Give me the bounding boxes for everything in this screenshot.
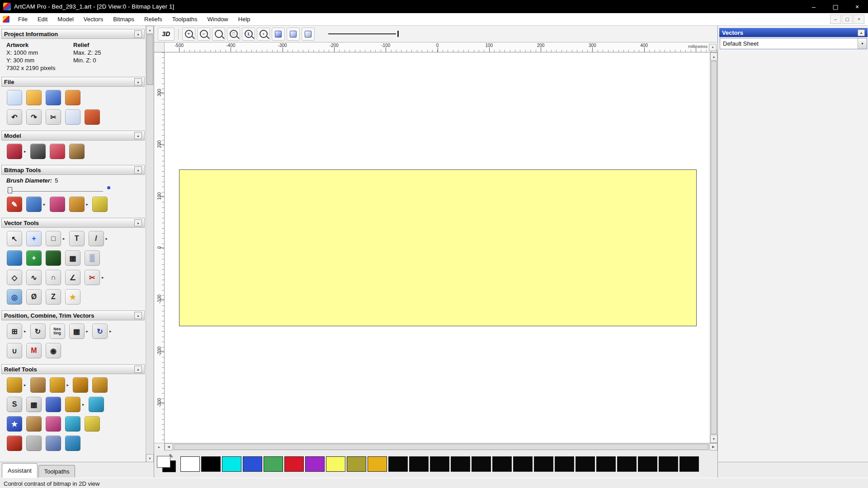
colour-swatch-15[interactable]: [492, 456, 512, 472]
measure-icon[interactable]: /: [89, 231, 104, 246]
flyout-arrow-icon[interactable]: ▸: [43, 202, 46, 206]
import-model-icon[interactable]: [65, 90, 80, 105]
colour-swatch-17[interactable]: [534, 456, 553, 472]
toggle-vectors-button[interactable]: [287, 28, 300, 41]
menu-toolpaths[interactable]: Toolpaths: [167, 13, 203, 25]
texture-model-icon[interactable]: [69, 144, 85, 159]
collapse-section-icon[interactable]: ▲: [134, 366, 142, 373]
zoom-out-button[interactable]: −: [197, 28, 210, 41]
colour-swatch-6[interactable]: [305, 456, 325, 472]
paste-icon[interactable]: [85, 109, 100, 125]
colour-swatch-22[interactable]: [638, 456, 657, 472]
rotate-copy-icon[interactable]: ↻: [92, 324, 108, 339]
sheet-select[interactable]: Default Sheet▼: [720, 38, 867, 49]
menu-help[interactable]: Help: [233, 13, 255, 25]
flyout-arrow-icon[interactable]: ▸: [106, 236, 108, 241]
vector-doctor-icon[interactable]: +: [26, 250, 42, 266]
primary-colour-swatch[interactable]: ✎: [157, 455, 178, 473]
spiral-icon[interactable]: ◉: [46, 343, 61, 358]
collapse-section-icon[interactable]: ▲: [134, 78, 142, 85]
redo-icon[interactable]: ↷: [26, 109, 42, 125]
create-polyline-icon[interactable]: Z: [46, 289, 61, 305]
flyout-arrow-icon[interactable]: ▸: [24, 329, 26, 333]
colour-swatch-24[interactable]: [679, 456, 699, 472]
collapse-panel-icon[interactable]: ▲: [858, 29, 865, 36]
weave-wizard-icon[interactable]: ▦: [26, 397, 42, 412]
close-button[interactable]: ×: [846, 0, 868, 13]
colour-swatch-3[interactable]: [243, 456, 262, 472]
colour-swatch-9[interactable]: [368, 456, 387, 472]
undo-icon[interactable]: ↶: [7, 109, 22, 125]
menu-vectors[interactable]: Vectors: [79, 13, 108, 25]
colour-swatch-19[interactable]: [576, 456, 595, 472]
horizontal-scrollbar[interactable]: ◀ ▶: [165, 443, 717, 450]
flyout-arrow-icon[interactable]: ▸: [67, 383, 69, 387]
create-star-icon[interactable]: ★: [65, 289, 80, 305]
trim-vectors-icon[interactable]: ✂: [85, 270, 100, 285]
save-model-icon[interactable]: [46, 90, 61, 105]
colour-palette-icon[interactable]: [26, 197, 42, 212]
texture-relief-icon[interactable]: [73, 377, 88, 393]
child-close-button[interactable]: ×: [854, 14, 864, 24]
flyout-arrow-icon[interactable]: ▸: [86, 202, 89, 206]
texture-flow-icon[interactable]: [65, 436, 80, 451]
pan-view-button[interactable]: [302, 28, 315, 41]
smooth-relief-icon[interactable]: [30, 377, 46, 393]
copy-icon[interactable]: [65, 109, 80, 125]
array-copy-icon[interactable]: ▒: [85, 250, 100, 266]
offset-vector-icon[interactable]: [7, 250, 22, 266]
adjust-model-icon[interactable]: [7, 144, 22, 159]
contrast-slider-handle[interactable]: [397, 31, 399, 37]
block-copy-icon[interactable]: ▦: [69, 324, 85, 339]
align-objects-icon[interactable]: ⊞: [7, 324, 22, 339]
zoom-window-button[interactable]: □: [227, 28, 240, 41]
extrude-relief-icon[interactable]: [65, 397, 80, 412]
snap-grid-icon[interactable]: ▦: [65, 250, 80, 266]
tab-assistant[interactable]: Assistant: [2, 463, 38, 478]
colour-swatch-10[interactable]: [388, 456, 408, 472]
create-text-icon[interactable]: T: [69, 231, 85, 246]
contrast-slider-track[interactable]: [328, 33, 396, 34]
model-artwork-area[interactable]: [179, 169, 697, 326]
polyline-creation-icon[interactable]: ∠: [65, 270, 80, 285]
slider-thumb[interactable]: [8, 187, 12, 193]
paint-icon[interactable]: ✎: [7, 197, 22, 212]
flyout-arrow-icon[interactable]: ▸: [24, 383, 26, 387]
bitmap-fill-icon[interactable]: [92, 197, 108, 212]
ruler-options-icon[interactable]: ▾: [709, 44, 717, 51]
scroll-down-icon[interactable]: ▼: [710, 435, 717, 443]
menu-edit[interactable]: Edit: [33, 13, 52, 25]
scroll-right-icon[interactable]: ▶: [709, 443, 717, 450]
collapse-section-icon[interactable]: ▲: [134, 30, 142, 38]
assistant-scroll-thumb[interactable]: [146, 34, 153, 85]
paste-relief-icon[interactable]: [46, 416, 61, 432]
child-restore-button[interactable]: ▢: [842, 14, 853, 24]
join-vectors-icon[interactable]: ∪: [7, 343, 22, 358]
cut-icon[interactable]: ✂: [46, 109, 61, 125]
menu-model[interactable]: Model: [52, 13, 78, 25]
toggle-model-preview-button[interactable]: [272, 28, 285, 41]
collapse-section-icon[interactable]: ▲: [134, 219, 142, 226]
shape-editor-relief-icon[interactable]: [7, 377, 22, 393]
smooth-nodes-icon[interactable]: ∿: [26, 270, 42, 285]
bitmap-contrast-slider[interactable]: [328, 30, 401, 38]
scroll-left-icon[interactable]: ◀: [165, 443, 173, 450]
angled-plane-icon[interactable]: [7, 436, 22, 451]
flyout-arrow-icon[interactable]: ▸: [82, 402, 85, 407]
morph-vectors-icon[interactable]: M: [26, 343, 42, 358]
menu-window[interactable]: Window: [203, 13, 233, 25]
dome-relief-icon[interactable]: [46, 436, 61, 451]
wrap-relief-icon[interactable]: [26, 416, 42, 432]
collapse-section-icon[interactable]: ▲: [134, 132, 142, 139]
nesting-icon[interactable]: Nes ting: [50, 324, 65, 339]
relief-layer-icon[interactable]: [85, 416, 100, 432]
colour-swatch-4[interactable]: [264, 456, 283, 472]
open-model-icon[interactable]: [26, 90, 42, 105]
colour-swatch-13[interactable]: [451, 456, 470, 472]
brush-diameter-slider[interactable]: [7, 186, 103, 192]
pane-splitter[interactable]: ▸: [154, 443, 165, 450]
colour-swatch-1[interactable]: [201, 456, 221, 472]
face-relief-icon[interactable]: [26, 436, 42, 451]
maximize-button[interactable]: ▢: [825, 0, 846, 13]
child-minimize-button[interactable]: –: [830, 14, 841, 24]
